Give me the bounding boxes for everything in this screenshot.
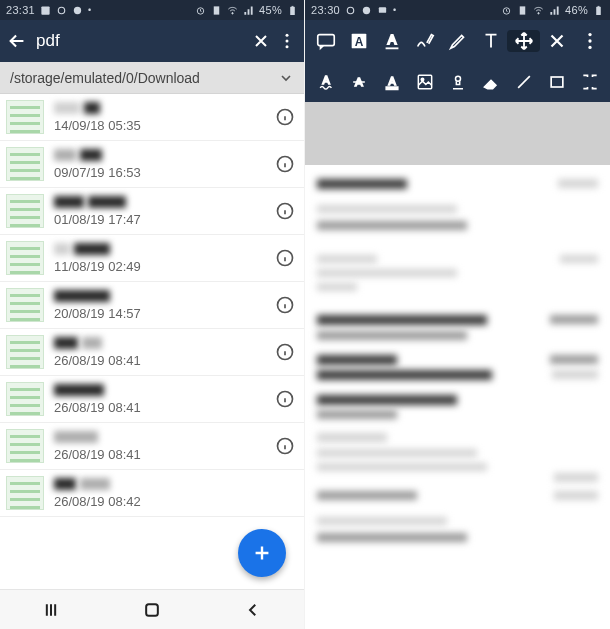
svg-text:A: A: [354, 35, 363, 49]
more-notifications-dot: •: [393, 5, 396, 15]
statusbar-battery-pct: 45%: [259, 4, 282, 16]
plus-icon: [251, 542, 273, 564]
file-meta: 26/08/19 08:41: [54, 384, 264, 415]
file-info-button[interactable]: [274, 106, 296, 128]
svg-rect-18: [146, 604, 158, 616]
tool-image-button[interactable]: [408, 72, 441, 92]
close-icon: [251, 31, 271, 51]
svg-rect-6: [292, 5, 294, 6]
svg-rect-40: [551, 77, 563, 87]
svg-point-38: [421, 78, 424, 81]
battery-icon: [287, 5, 298, 16]
tool-eraser-button[interactable]: [474, 72, 507, 92]
highlighter-icon: [447, 30, 469, 52]
file-row[interactable]: 26/08/19 08:42: [0, 470, 304, 517]
svg-text:A: A: [322, 74, 330, 86]
file-date: 26/08/19 08:41: [54, 447, 264, 462]
tool-text-button[interactable]: [474, 30, 507, 52]
clear-search-button[interactable]: [248, 25, 274, 57]
file-thumbnail: [6, 288, 44, 322]
file-meta: 26/08/19 08:42: [54, 478, 296, 509]
tool-rectangle-button[interactable]: [540, 72, 573, 92]
back-button[interactable]: [4, 25, 30, 57]
nav-home-button[interactable]: [139, 597, 165, 623]
statusbar-time: 23:31: [6, 4, 35, 16]
search-input[interactable]: [30, 31, 248, 51]
tool-fontcolor-button[interactable]: A: [375, 72, 408, 92]
eraser-icon: [481, 72, 501, 92]
fontcolor-icon: A: [382, 72, 402, 92]
file-thumbnail: [6, 429, 44, 463]
file-date: 14/09/18 05:35: [54, 118, 264, 133]
tool-textbox-button[interactable]: A: [342, 30, 375, 52]
svg-rect-25: [598, 5, 600, 6]
info-icon: [275, 154, 295, 174]
tool-squiggly-button[interactable]: A: [309, 72, 342, 92]
file-date: 26/08/19 08:41: [54, 400, 264, 415]
tool-highlighter-button[interactable]: [441, 30, 474, 52]
file-thumbnail: [6, 335, 44, 369]
tool-strikethrough-button[interactable]: A: [342, 72, 375, 92]
file-info-button[interactable]: [274, 200, 296, 222]
info-icon: [275, 201, 295, 221]
path-bar[interactable]: /storage/emulated/0/Download: [0, 62, 304, 94]
nav-back-button[interactable]: [240, 597, 266, 623]
file-meta: 14/09/18 05:35: [54, 102, 264, 133]
info-icon: [275, 389, 295, 409]
notification-icon: [72, 5, 83, 16]
file-row[interactable]: 11/08/19 02:49: [0, 235, 304, 282]
image-icon: [40, 5, 51, 16]
chevron-down-icon: [278, 70, 294, 86]
svg-point-2: [74, 6, 81, 13]
file-row[interactable]: 26/08/19 08:41: [0, 376, 304, 423]
svg-point-19: [347, 7, 353, 13]
tool-crop-button[interactable]: [573, 72, 606, 92]
file-info-button[interactable]: [274, 388, 296, 410]
signal-icon: [243, 5, 254, 16]
info-icon: [275, 342, 295, 362]
squiggly-icon: A: [316, 72, 336, 92]
file-row[interactable]: 14/09/18 05:35: [0, 94, 304, 141]
current-path: /storage/emulated/0/Download: [10, 70, 200, 86]
tool-handwriting-button[interactable]: [408, 30, 441, 52]
arrow-left-icon: [6, 30, 28, 52]
file-date: 11/08/19 02:49: [54, 259, 264, 274]
crop-icon: [580, 72, 600, 92]
file-info-button[interactable]: [274, 153, 296, 175]
svg-point-20: [363, 6, 370, 13]
file-row[interactable]: 01/08/19 17:47: [0, 188, 304, 235]
file-info-button[interactable]: [274, 341, 296, 363]
editor-toolbar: A A: [305, 20, 610, 102]
statusbar-time: 23:30: [311, 4, 340, 16]
file-row[interactable]: 20/08/19 14:57: [0, 282, 304, 329]
svg-rect-37: [418, 75, 431, 88]
tool-move-button[interactable]: [507, 30, 540, 52]
document-viewport[interactable]: [305, 102, 610, 629]
file-meta: 01/08/19 17:47: [54, 196, 264, 227]
file-meta: 26/08/19 08:41: [54, 431, 264, 462]
file-info-button[interactable]: [274, 435, 296, 457]
tool-close-button[interactable]: [540, 30, 573, 52]
tool-stamp-button[interactable]: [441, 72, 474, 92]
overflow-menu-button[interactable]: [274, 25, 300, 57]
file-meta: 09/07/19 16:53: [54, 149, 264, 180]
file-row[interactable]: 26/08/19 08:41: [0, 423, 304, 470]
file-list: 14/09/18 05:35 09/07/19 16:53: [0, 94, 304, 589]
svg-point-31: [588, 39, 591, 42]
nav-recents-button[interactable]: [38, 597, 64, 623]
overflow-menu-button[interactable]: [573, 30, 606, 52]
fab-add-button[interactable]: [238, 529, 286, 577]
tool-comment-button[interactable]: [309, 30, 342, 52]
file-info-button[interactable]: [274, 294, 296, 316]
tool-underline-button[interactable]: A: [375, 30, 408, 52]
home-icon: [142, 600, 162, 620]
tool-line-button[interactable]: [507, 72, 540, 92]
line-icon: [514, 72, 534, 92]
alarm-icon: [501, 5, 512, 16]
file-date: 26/08/19 08:42: [54, 494, 296, 509]
info-icon: [275, 248, 295, 268]
file-row[interactable]: 09/07/19 16:53: [0, 141, 304, 188]
file-info-button[interactable]: [274, 247, 296, 269]
vibrate-icon: [211, 5, 222, 16]
file-row[interactable]: 26/08/19 08:41: [0, 329, 304, 376]
